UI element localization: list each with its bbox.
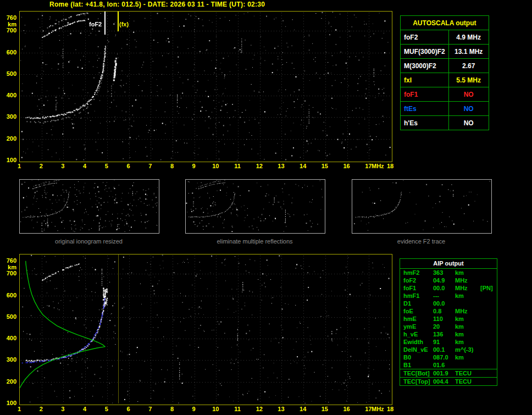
aip-param-note xyxy=(480,323,497,330)
autoscala-param-label: ftEs xyxy=(401,102,449,116)
autoscala-output-screen: Rome (lat: +41.8, lon: 012.5) - DATE: 20… xyxy=(0,0,532,415)
y-tick-label: 300 xyxy=(7,113,16,120)
aip-param-value: 363 xyxy=(433,269,455,276)
aip-param-value: 00.0 xyxy=(433,300,455,307)
aip-rows: hmF2363kmfoF204.9MHzfoF100.0MHz[PN]hmF1-… xyxy=(400,269,497,385)
aip-param-unit: km xyxy=(455,315,480,323)
x-tick-label: 7 xyxy=(145,163,155,169)
y-tick-label: 200 xyxy=(7,135,16,142)
x-tick-label: 12 xyxy=(254,406,264,412)
thumbnail-eliminate-canvas xyxy=(186,180,324,232)
aip-param-unit: km xyxy=(455,330,480,338)
aip-param-unit: TECU xyxy=(455,369,480,377)
aip-row: hmE110km xyxy=(400,315,497,323)
autoscala-param-value: 13.1 MHz xyxy=(448,45,489,59)
aip-param-note xyxy=(480,315,497,323)
autoscala-row: fxI5.5 MHz xyxy=(401,73,489,87)
aip-param-name: foF1 xyxy=(403,284,433,292)
autoscala-row: h'EsNO xyxy=(401,116,489,130)
autoscala-table-header: AUTOSCALA output xyxy=(401,16,489,30)
autoscala-param-value: 5.5 MHz xyxy=(448,73,489,87)
aip-param-unit: m^(-3) xyxy=(455,346,480,353)
x-tick-label: 2 xyxy=(36,163,46,169)
aip-row: D100.0 xyxy=(400,300,497,307)
aip-row: B101.6 xyxy=(400,361,497,369)
aip-row: hmF2363km xyxy=(400,269,497,276)
aip-param-note xyxy=(480,346,497,353)
aip-row: Ewidth91km xyxy=(400,338,497,346)
ionogram-top-plot: foF2 (fx) xyxy=(19,11,392,162)
autoscala-param-label: foF2 xyxy=(401,30,449,45)
aip-param-note xyxy=(480,330,497,338)
aip-param-name: Ewidth xyxy=(403,338,433,346)
autoscala-param-label: fxI xyxy=(401,73,449,87)
aip-param-unit: km xyxy=(455,269,480,276)
autoscala-row: foF1NO xyxy=(401,87,489,102)
x-tick-label: 11 xyxy=(232,406,242,412)
autoscala-row: foF24.9 MHz xyxy=(401,30,489,45)
x-tick-label: 6 xyxy=(124,163,134,169)
aip-param-name: D1 xyxy=(403,300,433,307)
aip-param-name: hmF2 xyxy=(403,269,433,276)
aip-param-name: ymE xyxy=(403,323,433,330)
x-tick-label: 3 xyxy=(58,406,68,412)
fxI-marker-label: (fx) xyxy=(119,21,129,27)
y-tick-label: 400 xyxy=(7,92,16,98)
aip-param-value: 91 xyxy=(433,338,455,346)
x-tick-label: 9 xyxy=(189,406,199,412)
aip-row: TEC[Bot]001.9TECU xyxy=(400,369,497,377)
aip-param-unit: TECU xyxy=(455,378,480,385)
y-tick-label: 700 xyxy=(7,27,16,34)
aip-row: B0087.0km xyxy=(400,353,497,361)
page-title: Rome (lat: +41.8, lon: 012.5) - DATE: 20… xyxy=(49,1,265,8)
x-tick-label: 13 xyxy=(276,163,286,169)
aip-row: DelN_vE00.1m^(-3) xyxy=(400,346,497,353)
x-tick-label: 12 xyxy=(254,163,264,169)
autoscala-param-label: h'Es xyxy=(401,116,449,130)
thumbnail-caption-original: original ionogram resized xyxy=(19,238,159,245)
autoscala-param-value: NO xyxy=(448,87,489,102)
x-tick-label: 14 xyxy=(298,163,308,169)
y-tick-label: 500 xyxy=(7,313,16,320)
y-axis-unit-label: km xyxy=(8,21,16,27)
aip-param-name: foF2 xyxy=(403,276,433,284)
autoscala-param-value: 2.67 xyxy=(448,59,489,73)
aip-param-unit: km xyxy=(455,338,480,346)
aip-param-name: TEC[Top] xyxy=(403,378,433,385)
aip-param-unit: km xyxy=(455,323,480,330)
aip-param-value: 00.1 xyxy=(433,346,455,353)
aip-param-note xyxy=(480,269,497,276)
x-axis-unit-label: MHz xyxy=(372,406,390,412)
aip-param-value: 087.0 xyxy=(433,353,455,361)
aip-param-value: 01.6 xyxy=(433,361,455,369)
autoscala-row: MUF(3000)F213.1 MHz xyxy=(401,45,489,59)
x-tick-label: 10 xyxy=(210,163,220,169)
autoscala-row: ftEsNO xyxy=(401,102,489,116)
y-tick-label: 200 xyxy=(7,378,16,385)
autoscala-param-label: M(3000)F2 xyxy=(401,59,449,73)
ionogram-top-canvas xyxy=(20,12,391,161)
ionogram-bottom-canvas xyxy=(20,254,391,403)
aip-param-unit xyxy=(455,361,480,369)
x-tick-label: 13 xyxy=(276,406,286,412)
ionogram-bottom-plot xyxy=(19,254,392,405)
x-tick-label: 5 xyxy=(102,406,112,412)
ionogram-bottom-y-axis: 760700600500400300200100km xyxy=(0,254,18,404)
thumbnail-eliminate-reflections xyxy=(185,179,325,234)
autoscala-param-label: foF1 xyxy=(401,87,449,102)
x-axis-unit-label: MHz xyxy=(372,163,390,169)
aip-param-note xyxy=(480,338,497,346)
x-tick-label: 6 xyxy=(124,406,134,412)
y-tick-label: 400 xyxy=(7,335,16,341)
aip-param-value: 001.9 xyxy=(433,369,455,377)
x-tick-label: 4 xyxy=(80,163,90,169)
x-tick-label: 1 xyxy=(14,406,24,412)
aip-param-note xyxy=(480,292,497,300)
autoscala-output-table: AUTOSCALA outputfoF24.9 MHzMUF(3000)F213… xyxy=(400,15,489,130)
aip-param-value: --- xyxy=(433,292,455,300)
aip-param-note: [PN] xyxy=(480,284,497,292)
aip-param-name: DelN_vE xyxy=(403,346,433,353)
y-tick-label: 700 xyxy=(7,270,16,276)
x-tick-label: 7 xyxy=(145,406,155,412)
aip-param-value: 20 xyxy=(433,323,455,330)
